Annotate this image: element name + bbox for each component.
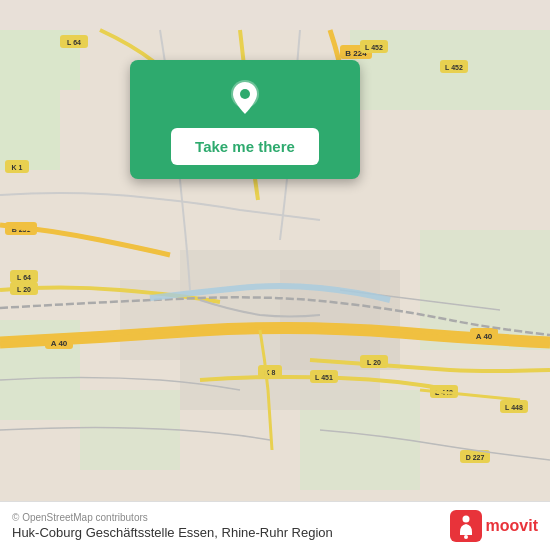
- svg-point-47: [464, 535, 468, 539]
- location-card: Take me there: [130, 60, 360, 179]
- svg-point-44: [240, 89, 250, 99]
- svg-text:L 20: L 20: [367, 359, 381, 366]
- bottom-left-info: © OpenStreetMap contributors Huk-Coburg …: [12, 512, 333, 540]
- location-pin-icon: [225, 78, 265, 118]
- map-container: A 40 A 40 B 224 L 20 L 20 L 452 L 452 L …: [0, 0, 550, 550]
- svg-rect-2: [0, 90, 60, 170]
- map-attribution: © OpenStreetMap contributors: [12, 512, 333, 523]
- take-me-there-button[interactable]: Take me there: [171, 128, 319, 165]
- moovit-logo: moovit: [450, 510, 538, 542]
- svg-text:L 451: L 451: [315, 374, 333, 381]
- bottom-bar: © OpenStreetMap contributors Huk-Coburg …: [0, 501, 550, 550]
- svg-rect-6: [80, 390, 180, 470]
- location-name-label: Huk-Coburg Geschäftsstelle Essen, Rhine-…: [12, 525, 333, 540]
- svg-text:L 452: L 452: [445, 64, 463, 71]
- svg-text:L 452: L 452: [365, 44, 383, 51]
- svg-text:A 40: A 40: [476, 332, 493, 341]
- svg-text:L 64: L 64: [67, 39, 81, 46]
- svg-text:K 1: K 1: [12, 164, 23, 171]
- svg-text:L 20: L 20: [17, 286, 31, 293]
- svg-text:L 448: L 448: [505, 404, 523, 411]
- moovit-brand-label: moovit: [486, 517, 538, 535]
- svg-text:L 64: L 64: [17, 274, 31, 281]
- svg-text:A 40: A 40: [51, 339, 68, 348]
- svg-text:D 227: D 227: [466, 454, 485, 461]
- svg-point-46: [462, 516, 469, 523]
- moovit-icon: [450, 510, 482, 542]
